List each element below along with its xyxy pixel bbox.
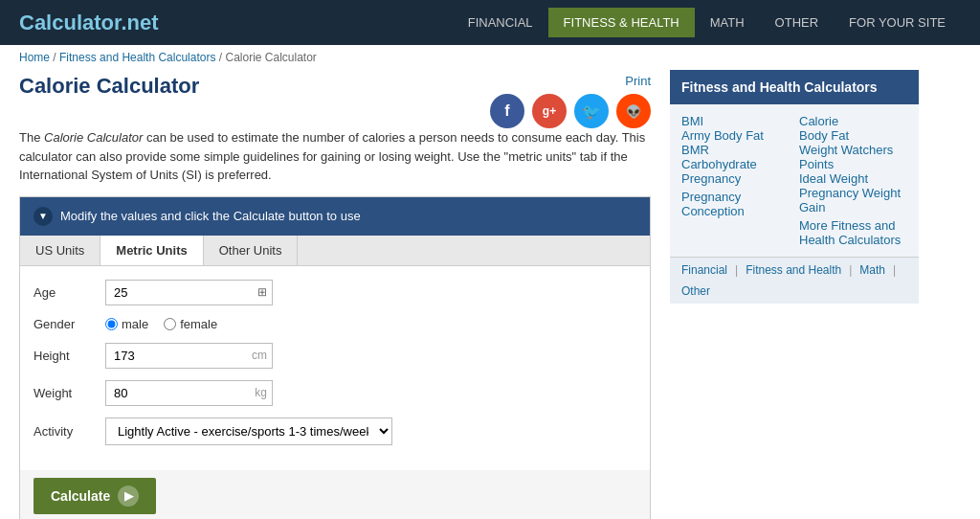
- gender-radio-group: male female: [105, 317, 217, 331]
- sidebar-link-pregnancy-weight[interactable]: Pregnancy Weight Gain: [799, 185, 901, 215]
- gender-male-radio[interactable]: [105, 318, 118, 330]
- height-input[interactable]: [105, 343, 273, 369]
- sidebar-link-pregnancy[interactable]: Pregnancy: [681, 170, 741, 187]
- sidebar-footer-fitness[interactable]: Fitness and Health: [746, 263, 841, 277]
- activity-select[interactable]: Sedentary - little or no exercise Lightl…: [105, 417, 392, 445]
- breadcrumb-section[interactable]: Fitness and Health Calculators: [59, 51, 215, 64]
- tab-us-units[interactable]: US Units: [20, 236, 100, 265]
- weight-input[interactable]: [105, 380, 273, 406]
- gender-female-text: female: [180, 317, 217, 331]
- gender-label: Gender: [33, 317, 105, 331]
- height-row: Height cm: [33, 343, 636, 369]
- height-unit: cm: [252, 349, 267, 362]
- sidebar-title: Fitness and Health Calculators: [670, 70, 919, 104]
- page-description: The Calorie Calculator can be used to es…: [19, 128, 651, 185]
- gender-female-label[interactable]: female: [164, 317, 217, 331]
- calc-header: ▼ Modify the values and click the Calcul…: [20, 197, 650, 236]
- print-link[interactable]: Print: [625, 74, 651, 88]
- calc-btn-row: Calculate ▶: [20, 470, 650, 520]
- logo-text: Calculator: [19, 11, 121, 34]
- age-input[interactable]: [105, 280, 273, 305]
- height-label: Height: [33, 349, 105, 363]
- nav-fitness-health[interactable]: FITNESS & HEALTH: [548, 8, 695, 37]
- sidebar-link-more[interactable]: More Fitness and Health Calculators: [799, 217, 901, 248]
- calculate-arrow-icon: ▶: [118, 485, 139, 507]
- sidebar-footer-other[interactable]: Other: [681, 284, 710, 298]
- tab-other-units[interactable]: Other Units: [204, 236, 299, 265]
- header: Calculator.net FINANCIAL FITNESS & HEALT…: [0, 0, 980, 45]
- gender-male-label[interactable]: male: [105, 317, 148, 331]
- weight-unit: kg: [255, 386, 267, 399]
- age-label: Age: [33, 285, 105, 300]
- content-header: Calorie Calculator Print f g+ 🐦 👽: [19, 70, 651, 128]
- tab-metric-units[interactable]: Metric Units: [100, 236, 203, 265]
- gender-male-text: male: [122, 317, 148, 331]
- page-title: Calorie Calculator: [19, 74, 199, 99]
- gender-female-radio[interactable]: [164, 318, 176, 330]
- calculate-button-label: Calculate: [51, 488, 110, 504]
- sidebar-footer-financial[interactable]: Financial: [681, 263, 727, 277]
- calc-tabs: US Units Metric Units Other Units: [20, 236, 650, 266]
- twitter-icon[interactable]: 🐦: [574, 94, 609, 128]
- sidebar-col1: BMI Army Body Fat BMR Carbohydrate Pregn…: [681, 114, 790, 247]
- breadcrumb: Home / Fitness and Health Calculators / …: [0, 45, 980, 70]
- sidebar-links: BMI Army Body Fat BMR Carbohydrate Pregn…: [670, 104, 919, 257]
- main-nav: FINANCIAL FITNESS & HEALTH MATH OTHER FO…: [453, 8, 961, 37]
- main-container: Calorie Calculator Print f g+ 🐦 👽 The Ca…: [0, 70, 980, 519]
- breadcrumb-home[interactable]: Home: [19, 51, 50, 64]
- calc-header-text: Modify the values and click the Calculat…: [60, 209, 361, 223]
- sidebar: Fitness and Health Calculators BMI Army …: [670, 70, 919, 519]
- nav-financial[interactable]: FINANCIAL: [453, 8, 548, 37]
- weight-label: Weight: [33, 386, 105, 400]
- breadcrumb-current: Calorie Calculator: [225, 51, 316, 64]
- reddit-icon[interactable]: 👽: [616, 94, 651, 128]
- sidebar-footer: Financial | Fitness and Health | Math | …: [670, 257, 919, 304]
- sidebar-col2: Calorie Body Fat Weight Watchers Points …: [799, 114, 907, 247]
- social-icons: f g+ 🐦 👽: [490, 94, 651, 128]
- age-input-wrapper: ⊞: [105, 280, 273, 305]
- nav-other[interactable]: OTHER: [760, 8, 835, 37]
- logo-net: net: [127, 11, 159, 34]
- calculator-box: ▼ Modify the values and click the Calcul…: [19, 196, 651, 520]
- activity-label: Activity: [33, 424, 105, 439]
- weight-input-wrapper: kg: [105, 380, 273, 406]
- nav-for-your-site[interactable]: FOR YOUR SITE: [834, 8, 961, 37]
- sidebar-link-weight-watchers[interactable]: Weight Watchers Points: [799, 142, 893, 172]
- nav-math[interactable]: MATH: [695, 8, 760, 37]
- calculate-button[interactable]: Calculate ▶: [33, 478, 156, 514]
- weight-row: Weight kg: [33, 380, 636, 406]
- activity-row: Activity Sedentary - little or no exerci…: [33, 417, 636, 445]
- facebook-icon[interactable]: f: [490, 94, 524, 128]
- age-icon: ⊞: [257, 285, 267, 299]
- arrow-down-icon: ▼: [33, 207, 53, 226]
- gender-row: Gender male female: [33, 317, 636, 331]
- height-input-wrapper: cm: [105, 343, 273, 369]
- calc-form: Age ⊞ Gender male: [20, 266, 650, 470]
- google-plus-icon[interactable]: g+: [532, 94, 567, 128]
- logo: Calculator.net: [19, 11, 159, 35]
- sidebar-footer-math[interactable]: Math: [859, 263, 885, 277]
- sidebar-link-pregnancy-conception[interactable]: Pregnancy Conception: [681, 189, 745, 219]
- age-row: Age ⊞: [33, 280, 636, 305]
- print-social-area: Print f g+ 🐦 👽: [490, 70, 651, 128]
- content-area: Calorie Calculator Print f g+ 🐦 👽 The Ca…: [19, 70, 651, 519]
